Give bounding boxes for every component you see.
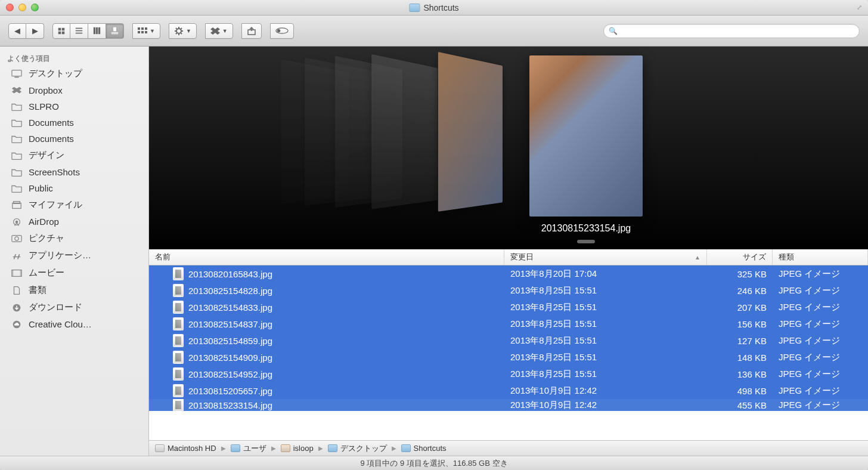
table-row[interactable]: 20130825154837.jpg 2013年8月25日 15:51 156 …	[149, 316, 868, 332]
applications-icon	[11, 251, 23, 261]
search-field[interactable]: 🔍	[603, 24, 860, 38]
sidebar-item[interactable]: Documents	[0, 115, 148, 131]
path-segment[interactable]: isloop	[281, 444, 314, 453]
column-name[interactable]: 名前	[149, 249, 504, 265]
column-view-button[interactable]	[88, 23, 106, 39]
sidebar-item[interactable]: Dropbox	[0, 82, 148, 98]
title-text: Shortcuts	[423, 3, 458, 13]
airdrop-icon	[11, 217, 23, 227]
table-row[interactable]: 20130825154828.jpg 2013年8月25日 15:51 246 …	[149, 282, 868, 299]
sidebar-item[interactable]: マイファイル	[0, 196, 148, 214]
file-name: 20130825154828.jpg	[188, 286, 272, 296]
file-name: 20130825154837.jpg	[188, 319, 272, 329]
sidebar-item-label: ピクチャ	[29, 233, 64, 244]
close-button[interactable]	[6, 4, 14, 11]
coverflow-item[interactable]	[438, 52, 503, 212]
sidebar-item[interactable]: ScreenShots	[0, 164, 148, 180]
coverflow-view-button[interactable]	[106, 23, 124, 39]
svg-point-30	[15, 236, 18, 240]
coverflow-resize-handle[interactable]	[577, 240, 595, 243]
sidebar-item[interactable]: Public	[0, 180, 148, 196]
svg-point-22	[277, 29, 281, 33]
svg-rect-3	[62, 31, 65, 34]
folder-icon	[11, 168, 23, 177]
file-icon	[173, 284, 184, 297]
table-row[interactable]: 20130815205657.jpg 2013年10月9日 12:42 498 …	[149, 382, 868, 399]
sidebar-item[interactable]: アプリケーシ…	[0, 247, 148, 264]
sidebar-item-label: 書類	[29, 285, 46, 296]
sidebar-item-label: SLPRO	[29, 101, 59, 112]
file-size: 246 KB	[707, 283, 773, 298]
column-size[interactable]: サイズ	[707, 249, 773, 265]
sidebar-item[interactable]: ダウンロード	[0, 299, 148, 316]
coverflow[interactable]: 20130815233154.jpg	[149, 47, 868, 249]
file-list[interactable]: 20130820165843.jpg 2013年8月20日 17:04 325 …	[149, 265, 868, 440]
file-icon	[173, 267, 184, 280]
disk-icon	[155, 444, 165, 452]
table-row[interactable]: 20130825154833.jpg 2013年8月25日 15:51 207 …	[149, 299, 868, 316]
svg-rect-5	[76, 30, 82, 32]
icon-view-button[interactable]	[52, 23, 70, 39]
file-icon	[173, 301, 184, 314]
minimize-button[interactable]	[18, 4, 26, 11]
table-row[interactable]: 20130825154859.jpg 2013年8月25日 15:51 127 …	[149, 332, 868, 349]
column-date[interactable]: 変更日▲	[504, 249, 707, 265]
tags-button[interactable]	[270, 23, 294, 39]
sidebar-item-label: デザイン	[29, 150, 64, 161]
sidebar-item[interactable]: 書類	[0, 282, 148, 299]
table-row[interactable]: 20130825154909.jpg 2013年8月25日 15:51 148 …	[149, 349, 868, 366]
svg-rect-1	[62, 27, 65, 30]
coverflow-item[interactable]	[371, 54, 438, 209]
file-date: 2013年8月25日 15:51	[504, 366, 707, 382]
table-row[interactable]: 20130820165843.jpg 2013年8月20日 17:04 325 …	[149, 265, 868, 282]
svg-rect-18	[145, 31, 147, 33]
forward-button[interactable]: ▶	[26, 23, 44, 39]
table-row[interactable]: 20130815233154.jpg 2013年10月9日 12:42 455 …	[149, 399, 868, 411]
path-segment[interactable]: デスクトップ	[328, 443, 387, 454]
list-view-button[interactable]	[70, 23, 88, 39]
path-segment[interactable]: ユーザ	[231, 443, 266, 454]
share-group	[241, 23, 262, 39]
fullscreen-icon[interactable]: ⤢	[857, 4, 862, 11]
dropbox-button[interactable]: ▼	[205, 23, 233, 39]
list-header: 名前 変更日▲ サイズ 種類	[149, 249, 868, 265]
folder-icon	[11, 102, 23, 112]
sidebar-item[interactable]: AirDrop	[0, 214, 148, 230]
svg-point-19	[176, 29, 181, 33]
table-row[interactable]: 20130825154952.jpg 2013年8月25日 15:51 136 …	[149, 366, 868, 382]
path-segment[interactable]: Macintosh HD	[155, 444, 216, 453]
sidebar-item[interactable]: ピクチャ	[0, 230, 148, 247]
zoom-button[interactable]	[31, 4, 39, 11]
myfiles-icon	[11, 200, 23, 210]
sidebar-item[interactable]: SLPRO	[0, 98, 148, 115]
share-button[interactable]	[241, 23, 262, 39]
toolbar: ◀ ▶ ▼ ▼	[0, 16, 868, 47]
sidebar-item-label: マイファイル	[29, 199, 82, 211]
sidebar-item[interactable]: デザイン	[0, 147, 148, 164]
folder-icon	[231, 444, 240, 452]
sidebar-item[interactable]: Documents	[0, 131, 148, 147]
file-kind: JPEG イメージ	[773, 399, 868, 411]
svg-rect-4	[76, 28, 82, 29]
pictures-icon	[11, 234, 23, 243]
svg-rect-31	[13, 256, 21, 256]
column-kind[interactable]: 種類	[773, 249, 868, 265]
svg-rect-16	[138, 31, 140, 33]
sidebar-item[interactable]: Creative Clou…	[0, 316, 148, 332]
search-input[interactable]	[620, 26, 854, 35]
finder-window: Shortcuts ⤢ ◀ ▶ ▼	[0, 0, 868, 470]
file-name: 20130815205657.jpg	[188, 386, 272, 396]
sidebar-item[interactable]: デスクトップ	[0, 65, 148, 82]
sidebar-item[interactable]: ムービー	[0, 264, 148, 282]
arrange-button[interactable]: ▼	[132, 23, 160, 39]
file-date: 2013年10月9日 12:42	[504, 399, 707, 411]
file-icon	[173, 367, 184, 381]
coverflow-selected-item[interactable]	[529, 55, 643, 217]
sidebar-item-label: Documents	[29, 134, 74, 144]
file-size: 455 KB	[707, 399, 773, 411]
path-segment[interactable]: Shortcuts	[401, 444, 447, 453]
file-kind: JPEG イメージ	[773, 266, 868, 282]
creativecloud-icon	[11, 320, 23, 329]
action-button[interactable]: ▼	[169, 23, 197, 39]
back-button[interactable]: ◀	[8, 23, 26, 39]
